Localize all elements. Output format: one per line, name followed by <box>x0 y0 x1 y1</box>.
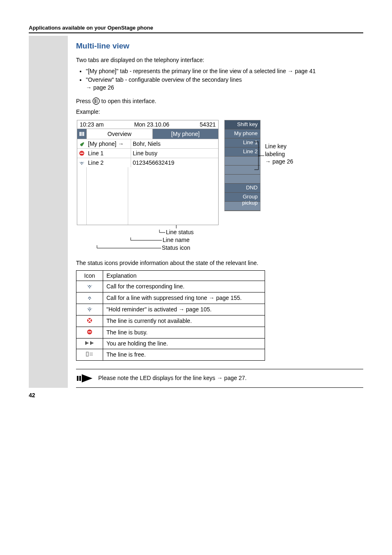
exp-bell-mute: Call for a line with suppressed ring ton… <box>103 292 265 304</box>
status-time: 10:23 am <box>80 121 104 128</box>
th-icon: Icon <box>76 270 103 281</box>
key-dnd[interactable]: DND <box>225 184 260 193</box>
bullet-2: "Overview" tab - configurable overview o… <box>86 76 363 92</box>
row-2-name: Line 2 <box>86 158 131 167</box>
svg-line-17 <box>87 285 88 286</box>
icon-explanation-table: Icon Explanation Call for the correspond… <box>76 270 265 361</box>
icon-bell-mute <box>76 292 103 304</box>
exp-bell-hold: "Hold reminder" is activated → page 105. <box>103 304 265 315</box>
running-header: Applications available on your OpenStage… <box>29 25 363 33</box>
tab-icon <box>77 129 86 139</box>
svg-line-18 <box>91 285 92 286</box>
icon-unavailable <box>76 315 103 327</box>
svg-line-12 <box>80 162 80 163</box>
bullet-1-text: "[My phone]" tab - represents the primar… <box>86 68 288 74</box>
key-my-phone[interactable]: My phone <box>225 129 260 138</box>
svg-rect-8 <box>82 132 84 136</box>
section-heading: Multi-line view <box>76 41 363 51</box>
svg-rect-37 <box>77 376 78 381</box>
svg-line-13 <box>83 162 84 163</box>
row-0-icon <box>77 139 86 148</box>
svg-rect-28 <box>88 332 91 332</box>
svg-marker-39 <box>82 374 92 382</box>
row-0-name: [My phone] → <box>86 139 131 148</box>
exp-busy: The line is busy. <box>103 327 265 338</box>
svg-line-21 <box>87 308 88 309</box>
row-1-name: Line 1 <box>86 149 131 158</box>
svg-rect-19 <box>89 299 90 300</box>
row-2-icon <box>77 158 86 167</box>
margin-column <box>29 36 68 388</box>
tab-overview[interactable]: Overview <box>86 129 152 139</box>
th-explanation: Explanation <box>103 270 265 281</box>
icon-bell-ring <box>76 281 103 292</box>
row-1-icon <box>77 149 86 158</box>
bullet-2-link: → page 26 <box>86 84 114 91</box>
note-text: Please note the LED displays for the lin… <box>98 373 247 381</box>
callout-line-name: Line name <box>163 236 189 244</box>
icon-free <box>76 349 103 360</box>
bullet-2-text: "Overview" tab - configurable overview o… <box>86 76 242 83</box>
row-1-status: Line busy <box>131 149 218 158</box>
callout-line-status: Line status <box>166 228 194 236</box>
intro-text: Two tabs are displayed on the telephony … <box>76 56 363 64</box>
svg-rect-10 <box>80 153 83 154</box>
svg-line-22 <box>91 308 92 309</box>
exp-hold: You are holding the line. <box>103 338 265 349</box>
press-line: Press to open this interface. <box>76 97 363 105</box>
svg-rect-11 <box>81 164 82 165</box>
phone-display: 10:23 am Mon 23.10.06 54321 Overview [My… <box>77 120 219 225</box>
svg-rect-3 <box>95 102 96 103</box>
example-label: Example: <box>76 108 363 116</box>
callout-status-icon: Status icon <box>162 244 190 252</box>
exp-bell-ring: Call for the corresponding line. <box>103 281 265 292</box>
svg-rect-23 <box>89 308 90 309</box>
svg-rect-33 <box>86 352 88 356</box>
annot-labeling: labeling <box>265 150 293 158</box>
page-number: 42 <box>29 392 363 398</box>
status-date: Mon 23.10.06 <box>134 121 169 128</box>
note-arrow-icon <box>76 373 93 383</box>
svg-rect-2 <box>95 101 96 101</box>
svg-rect-38 <box>79 376 81 381</box>
tab-my-phone[interactable]: [My phone] <box>152 129 219 139</box>
bullet-1: "[My phone]" tab - represents the primar… <box>86 67 363 75</box>
press-a: Press <box>76 98 92 104</box>
svg-rect-7 <box>79 132 82 136</box>
bullet-1-link: → page 41 <box>288 68 316 74</box>
annot-page-link: → page 26 <box>265 158 293 165</box>
key-group-pickup[interactable]: Group pickup <box>225 193 260 202</box>
key-empty-3 <box>225 175 260 184</box>
svg-rect-20 <box>89 310 90 311</box>
icon-hold <box>76 338 103 349</box>
icon-bell-hold <box>76 304 103 315</box>
icon-busy <box>76 327 103 338</box>
status-number: 54321 <box>200 121 216 128</box>
status-icons-text: The status icons provide information abo… <box>76 259 363 267</box>
svg-rect-16 <box>89 287 90 288</box>
svg-rect-1 <box>95 99 96 100</box>
key-shift[interactable]: Shift key <box>225 120 260 129</box>
annot-line-key: Line key <box>265 143 293 150</box>
exp-unavailable: The line is currently not available. <box>103 315 265 327</box>
press-b: to open this interface. <box>101 98 157 104</box>
row-2-status: 0123456632419 <box>131 158 218 167</box>
display-mode-key-icon <box>92 97 100 105</box>
exp-free: The line is free. <box>103 349 265 360</box>
row-0-status: Bohr, Niels <box>131 139 218 148</box>
